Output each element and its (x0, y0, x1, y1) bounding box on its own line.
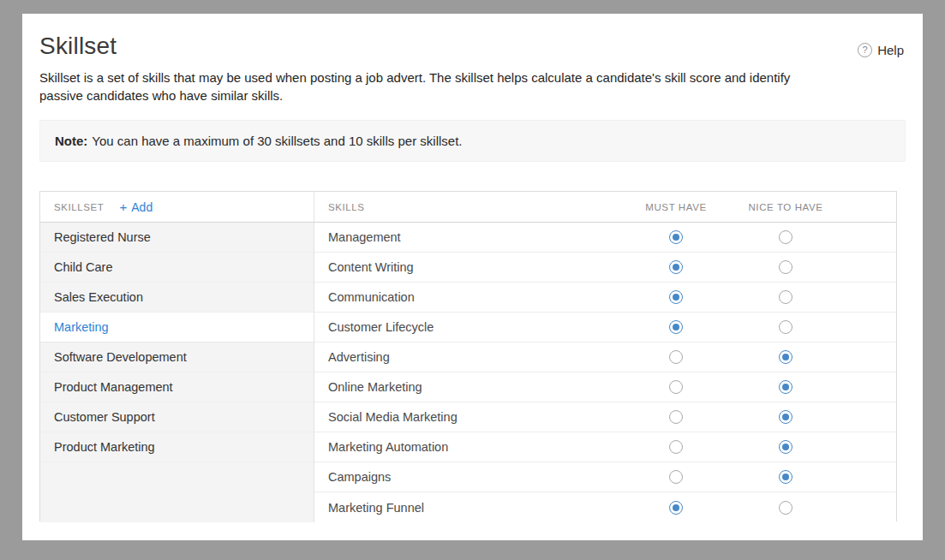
skills-list: Management Content Writing Communication (314, 223, 896, 522)
skill-name: Advertising (314, 350, 621, 364)
must-have-radio[interactable] (669, 501, 683, 515)
skillset-header-label: SKILLSET (54, 202, 105, 212)
table-header-row: SKILLSET + Add SKILLS MUST HAVE NICE TO … (40, 192, 896, 223)
skill-row: Online Marketing (314, 372, 896, 402)
skill-name: Management (314, 230, 621, 244)
must-have-radio[interactable] (669, 290, 683, 304)
skillset-table: SKILLSET + Add SKILLS MUST HAVE NICE TO … (39, 191, 897, 521)
skills-header-group: SKILLS MUST HAVE NICE TO HAVE (314, 192, 896, 222)
skillset-item[interactable]: Customer Support (40, 402, 314, 432)
skill-row: Customer Lifecycle (314, 313, 896, 343)
help-icon: ? (858, 43, 872, 57)
skillset-item[interactable]: Child Care (40, 253, 314, 283)
nice-to-have-radio[interactable] (779, 290, 792, 304)
nice-to-have-header-label: NICE TO HAVE (731, 202, 840, 212)
skillset-item[interactable]: Registered Nurse (40, 223, 314, 253)
must-have-radio[interactable] (669, 320, 683, 334)
must-have-radio[interactable] (669, 470, 683, 484)
skill-row: Communication (314, 283, 896, 313)
must-have-radio[interactable] (669, 230, 683, 244)
skill-name: Content Writing (314, 260, 621, 274)
nice-to-have-radio[interactable] (779, 260, 792, 274)
nice-to-have-radio[interactable] (779, 350, 792, 364)
page-description: Skillset is a set of skills that may be … (39, 69, 793, 104)
nice-to-have-radio[interactable] (779, 380, 792, 394)
must-have-radio[interactable] (669, 380, 683, 394)
table-body: Registered Nurse Child Care Sales Execut… (40, 223, 896, 522)
skill-row: Advertising (314, 343, 896, 372)
skillset-settings-panel: Skillset ? Help Skillset is a set of ski… (22, 14, 923, 540)
skill-name: Campaigns (314, 470, 621, 484)
must-have-radio[interactable] (669, 350, 683, 364)
add-label: Add (131, 200, 153, 214)
must-have-radio[interactable] (669, 410, 683, 424)
skill-row: Content Writing (314, 253, 896, 283)
skill-name: Marketing Funnel (314, 501, 621, 515)
skillset-item-selected[interactable]: Marketing (40, 313, 314, 343)
nice-to-have-radio[interactable] (779, 320, 792, 334)
skill-name: Communication (314, 290, 621, 304)
note-text: You can have a maximum of 30 skillsets a… (92, 134, 462, 148)
help-button[interactable]: ? Help (858, 43, 904, 57)
skillset-list: Registered Nurse Child Care Sales Execut… (40, 223, 314, 522)
skill-row: Campaigns (314, 462, 896, 492)
skillset-item[interactable]: Product Marketing (40, 432, 314, 462)
help-label: Help (877, 43, 904, 57)
skill-row: Marketing Automation (314, 432, 896, 462)
nice-to-have-radio[interactable] (779, 470, 792, 484)
must-have-radio[interactable] (669, 440, 683, 454)
nice-to-have-radio[interactable] (779, 230, 792, 244)
must-have-radio[interactable] (669, 260, 683, 274)
add-skillset-button[interactable]: + Add (120, 200, 153, 214)
page-title: Skillset (39, 33, 906, 60)
skillset-item[interactable]: Software Developement (40, 343, 314, 372)
note-label: Note: (55, 134, 87, 148)
skill-name: Marketing Automation (314, 440, 621, 454)
skills-header-label: SKILLS (314, 202, 621, 212)
skill-name: Customer Lifecycle (314, 320, 621, 334)
must-have-header-label: MUST HAVE (621, 202, 731, 212)
note-box: Note: You can have a maximum of 30 skill… (39, 120, 906, 162)
skillset-item[interactable]: Product Management (40, 372, 314, 402)
plus-icon: + (120, 200, 128, 213)
skill-name: Social Media Marketing (314, 410, 621, 424)
nice-to-have-radio[interactable] (779, 501, 792, 515)
skill-row: Management (314, 223, 896, 253)
skill-row: Social Media Marketing (314, 402, 896, 432)
skillset-item[interactable]: Sales Execution (40, 283, 314, 313)
nice-to-have-radio[interactable] (779, 440, 792, 454)
nice-to-have-radio[interactable] (779, 410, 792, 424)
skillset-column-header: SKILLSET + Add (40, 192, 314, 222)
skill-row: Marketing Funnel (314, 492, 896, 522)
skill-name: Online Marketing (314, 380, 621, 394)
